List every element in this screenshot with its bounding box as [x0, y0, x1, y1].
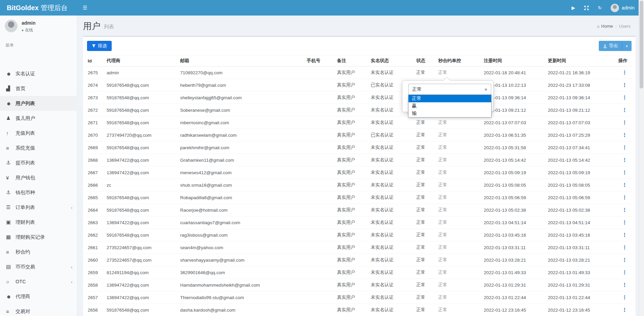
cell-order-control[interactable]: 正常	[437, 291, 482, 304]
cell-order-control[interactable]: 正常	[437, 67, 482, 79]
cell-note: 真实用户	[336, 304, 369, 316]
cell-order-control[interactable]: 正常	[437, 241, 482, 254]
row-actions-icon[interactable]: ⋮	[622, 282, 627, 288]
cell-status[interactable]: 正常	[415, 229, 437, 241]
row-actions-icon[interactable]: ⋮	[622, 232, 627, 238]
row-actions-icon[interactable]: ⋮	[622, 207, 627, 213]
row-actions-icon[interactable]: ⋮	[622, 219, 627, 225]
cell-status[interactable]: 正常	[415, 141, 437, 154]
row-actions-icon[interactable]: ⋮	[622, 107, 627, 113]
option-输[interactable]: 输	[409, 110, 491, 117]
cell-realname-status: 未实名认证	[369, 279, 415, 291]
cell-status[interactable]: 正常	[415, 67, 437, 79]
option-赢[interactable]: 赢	[409, 102, 491, 110]
cell-status[interactable]: 正常	[415, 204, 437, 216]
sidebar-item-代理商[interactable]: ☻代理商	[0, 289, 77, 304]
row-actions-icon[interactable]: ⋮	[622, 194, 627, 200]
row-actions-icon[interactable]: ⋮	[622, 294, 627, 300]
sidebar-item-用户列表[interactable]: ☻用户列表	[0, 96, 77, 111]
row-actions-icon[interactable]: ⋮	[622, 307, 627, 313]
cell-order-control[interactable]: 正常	[437, 229, 482, 241]
row-actions-icon[interactable]: ⋮	[622, 144, 627, 150]
cell-status[interactable]: 正常	[415, 166, 437, 179]
cell-register-time: 2022-01-12 23:16:45	[482, 304, 547, 316]
row-actions-icon[interactable]: ⋮	[622, 120, 627, 125]
cell-order-control[interactable]: 正常	[437, 266, 482, 279]
cell-order-control[interactable]: 正常	[437, 216, 482, 229]
sidebar-item-OTC[interactable]: ○OTC‹	[0, 274, 77, 289]
sidebar-username: admin	[22, 20, 35, 26]
cell-status[interactable]: 正常	[415, 291, 437, 304]
cell-actions: ⋮	[612, 166, 632, 179]
sidebar-item-系统充值[interactable]: ≡系统充值	[0, 140, 77, 155]
app-logo[interactable]: BitGoldex 管理后台	[0, 0, 77, 16]
page-title: 用户	[83, 20, 101, 32]
sidebar-item-充值列表[interactable]: ↑充值列表	[0, 126, 77, 140]
option-正常[interactable]: 正常	[409, 95, 491, 102]
cell-order-control[interactable]: 正常	[437, 116, 482, 129]
cell-status[interactable]: 正常	[415, 116, 437, 129]
row-actions-icon[interactable]: ⋮	[622, 244, 627, 250]
breadcrumb-home-link[interactable]: ⌂ Home	[597, 24, 613, 29]
filter-button[interactable]: 筛选	[87, 41, 112, 51]
cell-status[interactable]: 正常	[415, 279, 437, 291]
cell-order-control[interactable]: 正常	[437, 279, 482, 291]
cell-agent: 591876548@qq.com	[105, 91, 179, 104]
row-actions-icon[interactable]: ⋮	[622, 132, 627, 138]
export-dropdown-toggle[interactable]: ▾	[622, 41, 632, 51]
sidebar-item-理财列表[interactable]: ▣理财列表	[0, 215, 77, 230]
caret-down-icon: ▾	[626, 44, 627, 48]
sidebar-item-孤儿用户[interactable]: ♟孤儿用户	[0, 111, 77, 126]
row-actions-icon[interactable]: ⋮	[622, 269, 627, 275]
vertical-scrollbar[interactable]	[639, 0, 644, 316]
row-actions-icon[interactable]: ⋮	[622, 157, 627, 163]
cell-order-control[interactable]: 正常	[437, 204, 482, 216]
scrollbar-thumb[interactable]	[640, 1, 643, 88]
cell-order-control[interactable]: 正常	[437, 129, 482, 141]
cell-order-control[interactable]: 正常	[437, 141, 482, 154]
cell-status[interactable]: 正常	[415, 304, 437, 316]
row-actions-icon[interactable]: ⋮	[622, 95, 627, 100]
cell-status[interactable]: 正常	[415, 191, 437, 204]
cell-order-control[interactable]: 正常	[437, 154, 482, 166]
row-actions-icon[interactable]: ⋮	[622, 182, 627, 188]
sidebar-item-钱包币种[interactable]: ⚓钱包币种	[0, 185, 77, 200]
sidebar-toggle-button[interactable]: ☰	[77, 0, 93, 16]
sidebar-item-秒合约[interactable]: ≡秒合约	[0, 244, 77, 259]
row-actions-icon[interactable]: ⋮	[622, 82, 627, 88]
sidebar-item-交易对[interactable]: ≡交易对	[0, 304, 77, 316]
sidebar-item-理财购买记录[interactable]: ▦理财购买记录	[0, 230, 77, 244]
cell-realname-status: 未实名认证	[369, 266, 415, 279]
cell-order-control[interactable]: 正常	[437, 191, 482, 204]
fullscreen-icon[interactable]	[584, 5, 589, 10]
cell-status[interactable]: 正常	[415, 129, 437, 141]
cell-note: 真实用户	[336, 179, 369, 191]
cell-order-control[interactable]: 正常	[437, 254, 482, 266]
row-actions-icon[interactable]: ⋮	[622, 257, 627, 263]
row-actions-icon[interactable]: ⋮	[622, 70, 627, 75]
sidebar-item-用户钱包[interactable]: ¥用户钱包	[0, 170, 77, 185]
sidebar-item-币币交易[interactable]: ▤币币交易‹	[0, 259, 77, 274]
cell-order-control[interactable]: 正常	[437, 166, 482, 179]
cell-register-time: 2022-01-13 03:45:16	[482, 229, 547, 241]
sidebar-item-label: 系统充值	[16, 145, 35, 151]
topbar-user-menu[interactable]: admin	[611, 4, 635, 12]
cell-status[interactable]: 正常	[415, 179, 437, 191]
export-button[interactable]: 导出	[599, 41, 622, 51]
order-control-select[interactable]: 正常 ∨	[409, 84, 491, 95]
sidebar-item-首页[interactable]: ▟首页	[0, 81, 77, 96]
cell-status[interactable]: 正常	[415, 216, 437, 229]
sidebar-item-提币列表[interactable]: ⚓提币列表	[0, 155, 77, 170]
cell-order-control[interactable]: 正常	[437, 179, 482, 191]
cell-status[interactable]: 正常	[415, 241, 437, 254]
row-actions-icon[interactable]: ⋮	[622, 169, 627, 175]
cell-status[interactable]: 正常	[415, 254, 437, 266]
cell-status[interactable]: 正常	[415, 266, 437, 279]
cell-order-control[interactable]: 正常	[437, 304, 482, 316]
refresh-icon[interactable]: ↻	[598, 5, 602, 10]
cell-id: 2670	[86, 129, 105, 141]
cell-status[interactable]: 正常	[415, 154, 437, 166]
sidebar-item-实名认证[interactable]: ☻实名认证	[0, 66, 77, 81]
sidebar-item-订单列表[interactable]: ☰订单列表‹	[0, 200, 77, 215]
play-icon[interactable]: ▶	[571, 5, 575, 10]
